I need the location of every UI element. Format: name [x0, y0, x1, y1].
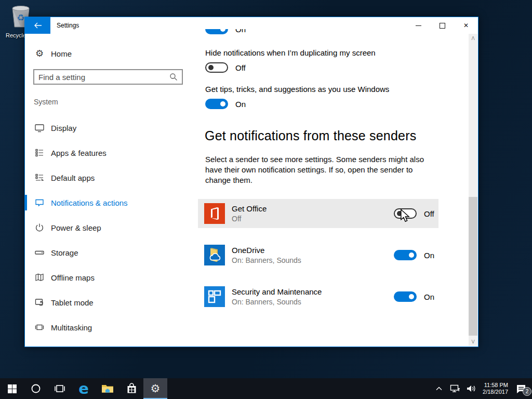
apps-features-icon	[34, 148, 45, 158]
toggle-partial[interactable]	[205, 29, 228, 34]
offline-maps-icon	[34, 272, 45, 283]
sidebar-item-display[interactable]: Display	[25, 117, 196, 138]
windows-logo-icon	[8, 384, 17, 393]
edge-button[interactable]: e	[72, 378, 96, 399]
get-office-toggle-state: Off	[424, 209, 434, 218]
sidebar-item-label: Display	[51, 124, 76, 132]
task-view-icon	[54, 384, 65, 393]
sidebar-item-label: Multitasking	[51, 323, 92, 332]
sender-status: On: Banners, Sounds	[232, 256, 301, 264]
onedrive-toggle-state: On	[424, 251, 434, 260]
tips-state: On	[235, 100, 246, 109]
default-apps-icon	[34, 172, 45, 183]
maximize-button[interactable]	[430, 17, 454, 34]
cortana-button[interactable]	[24, 378, 48, 399]
senders-description: Select a sender to see more settings. So…	[205, 154, 440, 185]
sidebar-item-multitasking[interactable]: Multitasking	[25, 317, 196, 338]
search-icon	[169, 73, 178, 81]
scrollbar[interactable]: ᐱ ᐯ	[469, 34, 477, 346]
tray-volume-button[interactable]	[465, 378, 477, 399]
sender-row-security-maintenance[interactable]: Security and Maintenance On: Banners, So…	[198, 282, 438, 311]
sidebar-item-offline-maps[interactable]: Offline maps	[25, 267, 196, 288]
mouse-cursor	[399, 209, 410, 222]
find-a-setting-searchbox[interactable]	[33, 69, 183, 85]
task-view-button[interactable]	[48, 378, 72, 399]
toggle-partial-state: On	[235, 29, 246, 34]
multitasking-icon	[34, 322, 45, 332]
gear-icon: ⚙	[34, 48, 45, 59]
sender-name: OneDrive	[232, 246, 264, 255]
tray-date: 2/18/2017	[483, 389, 508, 395]
tray-network-button[interactable]	[449, 378, 461, 399]
sidebar-item-label: Tablet mode	[51, 298, 94, 307]
sidebar-item-storage[interactable]: Storage	[25, 242, 196, 263]
scroll-up-arrow[interactable]: ᐱ	[469, 34, 477, 43]
sidebar-item-label: Storage	[51, 248, 78, 257]
chevron-up-icon	[436, 387, 442, 391]
file-explorer-icon	[101, 383, 114, 394]
sidebar-item-default-apps[interactable]: Default apps	[25, 167, 196, 188]
sender-row-onedrive[interactable]: OneDrive On: Banners, Sounds On	[198, 241, 438, 270]
hide-notifications-toggle[interactable]	[205, 62, 228, 73]
tray-time: 11:58 PM	[483, 382, 508, 389]
scrollbar-thumb[interactable]	[469, 197, 477, 336]
sidebar-item-label: Notifications & actions	[51, 198, 128, 207]
sidebar-item-power-sleep[interactable]: Power & sleep	[25, 217, 196, 238]
maximize-icon	[440, 23, 445, 29]
back-button[interactable]	[25, 17, 50, 34]
close-icon: ✕	[463, 22, 469, 29]
notifications-icon	[34, 197, 45, 208]
onedrive-icon	[204, 245, 225, 265]
settings-taskbar-button[interactable]: ⚙	[143, 378, 167, 399]
onedrive-toggle[interactable]	[394, 250, 417, 260]
sidebar-item-label: Default apps	[51, 174, 95, 182]
senders-heading: Get notifications from these senders	[205, 128, 416, 143]
window-title: Settings	[57, 17, 79, 34]
sender-name: Security and Maintenance	[232, 287, 322, 296]
security-maintenance-icon	[204, 286, 225, 307]
desktop-wallpaper: ♻ Recycle Bin Settings ✕ ⚙ Home	[0, 0, 532, 399]
sidebar-item-tablet-mode[interactable]: Tablet mode	[25, 292, 196, 313]
sender-status: Off	[232, 215, 241, 223]
settings-window: Settings ✕ ⚙ Home System Display	[24, 17, 478, 347]
cortana-icon	[31, 383, 41, 394]
partial-scrolled-toggle[interactable]: On	[205, 29, 273, 35]
sidebar-item-label: Apps & features	[51, 149, 107, 157]
sidebar-item-notifications-actions[interactable]: Notifications & actions	[25, 192, 196, 213]
sender-name: Get Office	[232, 204, 267, 213]
sidebar-item-home[interactable]: ⚙ Home	[25, 43, 196, 64]
network-icon	[450, 384, 460, 393]
store-icon	[126, 383, 137, 394]
security-maintenance-toggle[interactable]	[394, 291, 417, 302]
tablet-mode-icon	[34, 297, 45, 308]
get-office-icon	[204, 203, 225, 224]
search-input[interactable]	[34, 73, 169, 82]
tips-toggle-row: On	[205, 99, 246, 109]
tips-toggle[interactable]	[205, 99, 228, 109]
svg-text:♻: ♻	[17, 13, 24, 23]
tray-clock[interactable]: 11:58 PM 2/18/2017	[481, 382, 510, 395]
minimize-button[interactable]	[406, 17, 430, 34]
storage-icon	[34, 247, 45, 258]
scroll-down-arrow[interactable]: ᐯ	[469, 337, 477, 346]
minimize-icon	[416, 25, 421, 26]
speaker-icon	[466, 384, 476, 393]
start-button[interactable]	[0, 378, 24, 399]
settings-gear-icon: ⚙	[151, 383, 161, 394]
hide-notifications-label: Hide notifications when I’m duplicating …	[205, 48, 376, 57]
security-maintenance-toggle-state: On	[424, 292, 434, 301]
action-center-button[interactable]: 2	[513, 378, 529, 399]
sidebar-section-label: System	[34, 98, 58, 106]
hide-notifications-toggle-row: Off	[205, 62, 246, 73]
close-button[interactable]: ✕	[454, 17, 478, 34]
tray-chevron-button[interactable]	[433, 378, 445, 399]
store-button[interactable]	[119, 378, 143, 399]
display-icon	[34, 123, 45, 133]
sidebar-item-label: Power & sleep	[51, 223, 101, 232]
power-icon	[34, 222, 45, 233]
sender-status: On: Banners, Sounds	[232, 298, 301, 306]
back-arrow-icon	[34, 22, 42, 29]
sidebar-item-apps-features[interactable]: Apps & features	[25, 142, 196, 163]
file-explorer-button[interactable]	[96, 378, 119, 399]
edge-icon: e	[78, 381, 89, 396]
